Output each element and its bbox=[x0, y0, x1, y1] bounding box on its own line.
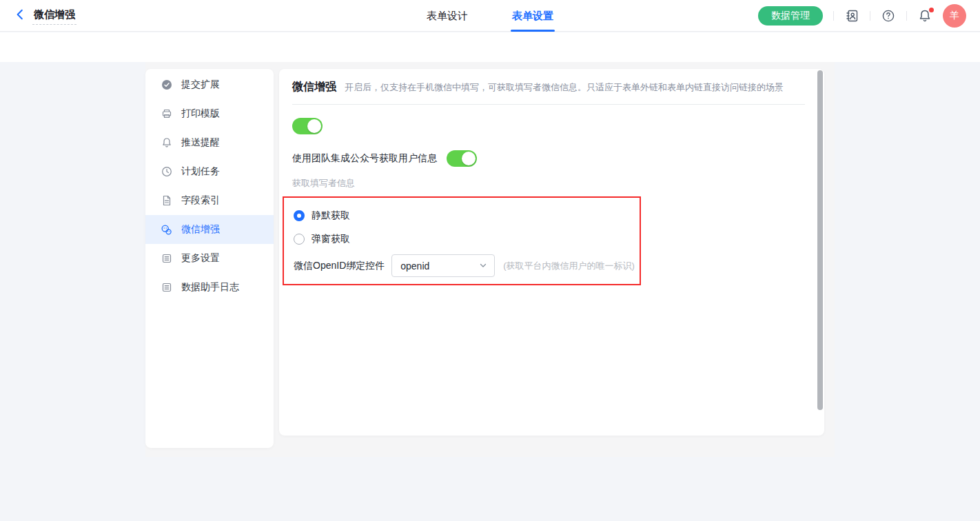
openid-select-value: openid bbox=[400, 260, 429, 272]
header-left: 微信增强 bbox=[14, 7, 76, 25]
sidebar-item-scheduled-task[interactable]: 计划任务 bbox=[145, 157, 274, 186]
sidebar-item-label: 微信增强 bbox=[181, 223, 220, 236]
subheader-band bbox=[0, 32, 980, 62]
panel-header: 微信增强 开启后，仅支持在手机微信中填写，可获取填写者微信信息。只适应于表单外链… bbox=[292, 80, 805, 105]
openid-select[interactable]: openid bbox=[391, 254, 495, 277]
back-chevron-icon bbox=[14, 8, 26, 23]
sidebar-item-label: 数据助手日志 bbox=[181, 281, 239, 294]
tab-form-design[interactable]: 表单设计 bbox=[427, 0, 468, 32]
contacts-icon[interactable] bbox=[844, 8, 859, 23]
panel-description: 开启后，仅支持在手机微信中填写，可获取填写者微信信息。只适应于表单外链和表单内链… bbox=[345, 81, 784, 94]
back-button[interactable] bbox=[14, 8, 26, 23]
wechat-icon bbox=[161, 224, 172, 236]
sidebar-item-push-reminder[interactable]: 推送提醒 bbox=[145, 128, 274, 157]
official-account-toggle[interactable] bbox=[447, 150, 477, 167]
sidebar-item-label: 字段索引 bbox=[181, 194, 220, 207]
radio-silent-fetch[interactable]: 静默获取 bbox=[294, 204, 640, 227]
openid-binding-label: 微信OpenID绑定控件 bbox=[294, 260, 385, 272]
clock-icon bbox=[161, 166, 172, 178]
tab-form-settings[interactable]: 表单设置 bbox=[512, 0, 553, 32]
sidebar-item-data-assistant-log[interactable]: 数据助手日志 bbox=[145, 273, 274, 302]
wechat-enhance-panel: 微信增强 开启后，仅支持在手机微信中填写，可获取填写者微信信息。只适应于表单外链… bbox=[279, 69, 824, 436]
list-icon bbox=[161, 253, 172, 265]
sidebar-item-label: 推送提醒 bbox=[181, 136, 220, 149]
sidebar-item-more-settings[interactable]: 更多设置 bbox=[145, 244, 274, 273]
tab-form-design-label: 表单设计 bbox=[427, 10, 468, 23]
document-icon bbox=[161, 195, 172, 207]
active-tab-indicator bbox=[511, 30, 555, 32]
sidebar-item-label: 计划任务 bbox=[181, 165, 220, 178]
radio-button-checked[interactable] bbox=[294, 210, 305, 221]
radio-popup-fetch[interactable]: 弹窗获取 bbox=[294, 227, 640, 251]
fetch-info-label: 获取填写者信息 bbox=[292, 177, 805, 190]
official-account-row: 使用团队集成公众号获取用户信息 bbox=[292, 150, 805, 167]
bell-icon bbox=[161, 137, 172, 149]
notification-badge bbox=[929, 8, 934, 12]
avatar[interactable]: 羊 bbox=[943, 4, 966, 28]
list-icon bbox=[161, 282, 172, 294]
radio-label: 静默获取 bbox=[312, 210, 350, 222]
scrollbar-thumb[interactable] bbox=[817, 70, 823, 410]
sidebar-item-wechat-enhance[interactable]: 微信增强 bbox=[145, 215, 274, 244]
divider bbox=[833, 11, 834, 21]
highlight-box: 静默获取 弹窗获取 微信OpenID绑定控件 openid (获取平台内微信用户… bbox=[283, 196, 641, 285]
chevron-down-icon bbox=[479, 260, 487, 272]
printer-icon bbox=[161, 108, 172, 120]
top-header: 微信增强 表单设计 表单设置 数据管理 bbox=[0, 0, 980, 32]
toggle-knob bbox=[462, 152, 476, 165]
app-window: 微信增强 表单设计 表单设置 数据管理 bbox=[0, 0, 980, 521]
form-title[interactable]: 微信增强 bbox=[32, 7, 76, 25]
radio-label: 弹窗获取 bbox=[312, 233, 350, 245]
openid-hint: (获取平台内微信用户的唯一标识) bbox=[503, 260, 635, 272]
sidebar-item-label: 提交扩展 bbox=[181, 79, 220, 91]
wechat-enhance-toggle[interactable] bbox=[292, 118, 323, 134]
sidebar-item-submit-extension[interactable]: 提交扩展 bbox=[145, 70, 274, 99]
sidebar-item-field-index[interactable]: 字段索引 bbox=[145, 186, 274, 215]
header-tabs: 表单设计 表单设置 bbox=[427, 0, 553, 32]
sidebar-item-print-template[interactable]: 打印模版 bbox=[145, 99, 274, 128]
radio-button-unchecked[interactable] bbox=[294, 234, 305, 245]
toggle-knob bbox=[307, 119, 321, 133]
check-circle-icon bbox=[161, 79, 172, 91]
openid-binding-row: 微信OpenID绑定控件 openid (获取平台内微信用户的唯一标识) bbox=[294, 254, 640, 277]
sidebar-item-label: 打印模版 bbox=[181, 108, 220, 120]
official-account-label: 使用团队集成公众号获取用户信息 bbox=[292, 152, 437, 165]
divider bbox=[906, 11, 907, 21]
header-right: 数据管理 bbox=[758, 4, 966, 28]
panel-title: 微信增强 bbox=[292, 80, 336, 94]
tab-form-settings-label: 表单设置 bbox=[512, 10, 553, 23]
divider bbox=[870, 11, 870, 21]
settings-sidebar: 提交扩展 打印模版 推送提醒 计划任务 bbox=[145, 69, 274, 448]
sidebar-item-label: 更多设置 bbox=[181, 252, 220, 265]
help-icon[interactable] bbox=[881, 8, 896, 23]
notifications-bell-icon[interactable] bbox=[917, 8, 932, 23]
data-manage-button[interactable]: 数据管理 bbox=[758, 6, 823, 25]
